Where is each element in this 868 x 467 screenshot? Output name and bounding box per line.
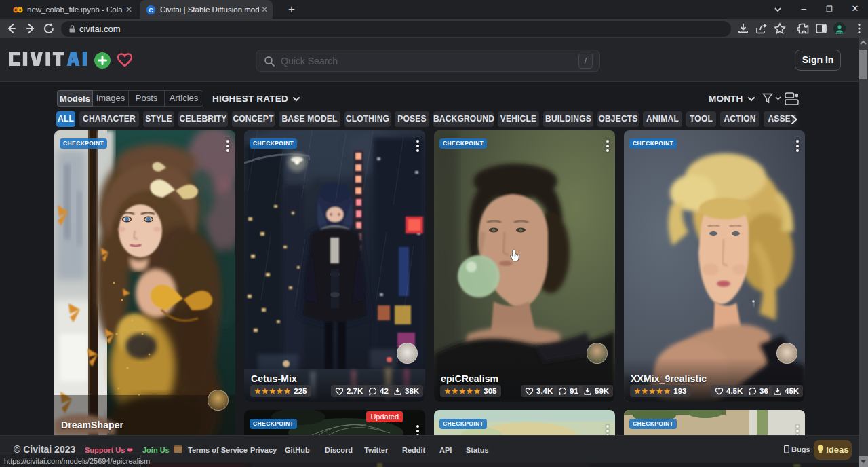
svg-text:anndnn: anndnn [836,32,844,35]
svg-text:C: C [149,6,153,13]
